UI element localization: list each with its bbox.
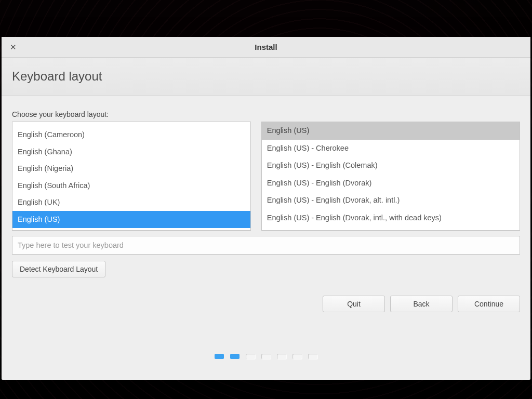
list-item[interactable]: English (UK) bbox=[12, 194, 250, 211]
progress-dot bbox=[308, 354, 317, 359]
list-item[interactable]: English (US) - English (Dvorak) bbox=[262, 175, 520, 192]
keyboard-test-input[interactable] bbox=[12, 236, 520, 255]
back-button[interactable]: Back bbox=[390, 296, 453, 312]
list-item[interactable]: English (US) bbox=[262, 122, 520, 140]
wizard-nav: Quit Back Continue bbox=[323, 296, 520, 312]
list-item[interactable]: English (US) - English (Dvorak, alt. int… bbox=[262, 192, 520, 209]
progress-dot bbox=[292, 354, 302, 359]
continue-button[interactable]: Continue bbox=[458, 296, 520, 312]
list-item[interactable]: English (South Africa) bbox=[12, 177, 250, 194]
layout-lists-row: English (Australian)English (Cameroon)En… bbox=[12, 122, 520, 231]
list-item[interactable]: English (US) - Cherokee bbox=[262, 140, 520, 157]
list-item[interactable]: English (Nigeria) bbox=[12, 161, 250, 178]
titlebar: ✕ Install bbox=[2, 37, 530, 58]
installer-window: ✕ Install Keyboard layout Choose your ke… bbox=[2, 37, 530, 380]
language-listbox[interactable]: English (Australian)English (Cameroon)En… bbox=[12, 122, 251, 231]
page-header: Keyboard layout bbox=[2, 58, 530, 96]
list-item[interactable]: English (Australian) bbox=[12, 122, 250, 127]
list-item[interactable]: English (US) - English (Dvorak, intl., w… bbox=[262, 209, 520, 227]
close-button[interactable]: ✕ bbox=[7, 41, 19, 54]
list-item[interactable]: English (US) bbox=[12, 211, 250, 228]
progress-dot bbox=[261, 354, 271, 359]
variant-listbox[interactable]: English (US)English (US) - CherokeeEngli… bbox=[261, 122, 520, 231]
window-title: Install bbox=[255, 43, 277, 51]
progress-dot bbox=[215, 354, 224, 359]
prompt-label: Choose your keyboard layout: bbox=[12, 110, 520, 118]
progress-dot bbox=[230, 354, 240, 359]
list-item[interactable]: English (US) - English (Colemak) bbox=[262, 157, 520, 175]
page-heading: Keyboard layout bbox=[12, 69, 520, 84]
progress-dot bbox=[246, 354, 255, 359]
progress-indicator bbox=[2, 354, 530, 359]
content-area: Choose your keyboard layout: English (Au… bbox=[2, 96, 530, 380]
detect-layout-button[interactable]: Detect Keyboard Layout bbox=[12, 261, 105, 277]
list-item[interactable]: English (Ghana) bbox=[12, 143, 250, 161]
list-item[interactable]: English (Cameroon) bbox=[12, 127, 250, 144]
close-icon: ✕ bbox=[10, 43, 17, 52]
progress-dot bbox=[277, 354, 286, 359]
list-item[interactable]: English (US) - English (Dvorak, left-han… bbox=[262, 227, 520, 231]
quit-button[interactable]: Quit bbox=[323, 296, 385, 312]
